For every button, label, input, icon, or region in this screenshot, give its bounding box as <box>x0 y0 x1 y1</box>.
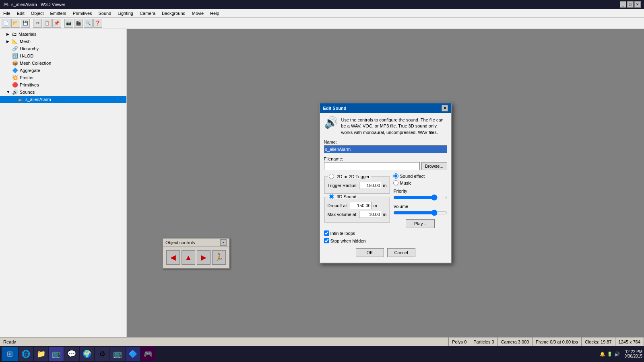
menu-help[interactable]: Help <box>207 9 223 17</box>
toolbar: 📄 📂 💾 ✂ 📋 📌 📷 🎬 🔍 ❓ <box>0 18 644 29</box>
taskbar-icon-w3d[interactable]: 🎮 <box>141 347 155 361</box>
title-bar-text: s_alienAlarm - W3D Viewer <box>11 2 65 7</box>
status-camera: Camera 3.000 <box>498 337 533 346</box>
dialog-title: Edit Sound <box>323 106 347 111</box>
minimize-button[interactable]: _ <box>620 1 626 8</box>
menu-movie[interactable]: Movie <box>189 9 207 17</box>
tree-item-primitives[interactable]: 🔴 Primitives <box>0 81 126 88</box>
dialog-overlay: Edit Sound ✕ 🔊 Use the controls to confi… <box>127 29 644 337</box>
toolbar-help[interactable]: ❓ <box>93 19 102 28</box>
taskbar-icon-media[interactable]: 📺 <box>110 347 125 361</box>
radio-2d-trigger[interactable] <box>329 174 334 179</box>
tree-item-mesh[interactable]: ▶ 📐 Mesh <box>0 38 126 45</box>
filename-input[interactable] <box>324 162 420 170</box>
name-input[interactable] <box>324 145 447 153</box>
toolbar-camera[interactable]: 📷 <box>64 19 73 28</box>
menu-primitives[interactable]: Primitives <box>70 9 95 17</box>
infinite-loops-checkbox[interactable] <box>324 230 329 236</box>
taskbar-right: 🔔 🔋 🔊 12:22 PM 9/30/2015 <box>597 350 643 358</box>
menu-object[interactable]: Object <box>28 9 47 17</box>
dialog-close-button[interactable]: ✕ <box>442 105 448 111</box>
toolbar-save[interactable]: 💾 <box>21 19 30 28</box>
taskbar-left: ⊞ 🌐 📁 📺 💬 🌍 ⚙ 📺 🔷 🎮 <box>2 347 155 361</box>
tree-item-s-alien-alarm[interactable]: 🔉 s_alienAlarm <box>0 96 126 103</box>
volume-slider[interactable] <box>393 210 447 216</box>
volume-slider-row <box>393 210 447 216</box>
toolbar-open[interactable]: 📂 <box>11 19 20 28</box>
filename-row: Browse... <box>324 162 447 170</box>
maxvolume-input[interactable] <box>359 211 381 218</box>
browse-button[interactable]: Browse... <box>421 162 447 170</box>
menu-camera[interactable]: Camera <box>136 9 159 17</box>
stop-when-hidden-checkbox[interactable] <box>324 238 329 243</box>
ok-button[interactable]: OK <box>356 248 384 257</box>
priority-slider[interactable] <box>393 194 447 201</box>
speaker-icon: 🔊 <box>324 117 338 128</box>
menu-sound[interactable]: Sound <box>95 9 115 17</box>
toolbar-paste[interactable]: 📌 <box>52 19 61 28</box>
status-bar: Ready Polys 0 Particles 0 Camera 3.000 F… <box>0 337 644 346</box>
status-polys: Polys 0 <box>449 337 470 346</box>
menu-lighting[interactable]: Lighting <box>114 9 136 17</box>
3d-sound-label: 3D Sound <box>337 194 357 199</box>
expand-icon-materials[interactable]: ▶ <box>6 32 11 36</box>
taskbar-icon-browser2[interactable]: 🌍 <box>80 347 94 361</box>
status-resolution: 1245 x 764 <box>615 337 644 346</box>
tree-label-materials: Materials <box>19 32 37 37</box>
infinite-loops-row: Infinite loops <box>324 230 447 236</box>
trigger-unit: m <box>383 183 386 188</box>
mesh-collection-icon: 📦 <box>12 60 18 66</box>
tree-item-sounds[interactable]: ▼ 🔊 Sounds <box>0 88 126 96</box>
tree-item-materials[interactable]: ▶ 🗂 Materials <box>0 31 126 38</box>
trigger-radius-row: Trigger Radius: m <box>328 182 387 189</box>
menu-bar: File Edit Object Emitters Primitives Sou… <box>0 9 644 18</box>
expand-icon-mesh[interactable]: ▶ <box>6 39 11 43</box>
status-frame: Frame 0/0 at 0.00 fps <box>533 337 582 346</box>
menu-file[interactable]: File <box>0 9 14 17</box>
radio-music[interactable] <box>393 180 398 185</box>
cancel-button[interactable]: Cancel <box>387 248 415 257</box>
taskbar-icon-messenger[interactable]: 💬 <box>64 347 79 361</box>
toolbar-new[interactable]: 📄 <box>2 19 10 28</box>
hierarchy-icon: 🔗 <box>12 46 18 51</box>
radio-3d-sound[interactable] <box>329 194 334 199</box>
dropoff-input[interactable] <box>350 202 372 209</box>
taskbar: ⊞ 🌐 📁 📺 💬 🌍 ⚙ 📺 🔷 🎮 🔔 🔋 🔊 12:22 PM 9/30/… <box>0 346 644 362</box>
menu-emitters[interactable]: Emitters <box>47 9 70 17</box>
toolbar-cut[interactable]: ✂ <box>33 19 42 28</box>
toolbar-copy[interactable]: 📋 <box>43 19 52 28</box>
toolbar-render[interactable]: 🎬 <box>74 19 83 28</box>
group-2d-trigger: 2D or 2D Trigger Trigger Radius: m <box>324 177 390 193</box>
volume-section: Volume <box>393 204 447 216</box>
close-button[interactable]: ✕ <box>634 1 641 8</box>
taskbar-icon-ie[interactable]: 🌐 <box>19 347 33 361</box>
tree-label-emitter: Emitter <box>20 75 34 80</box>
taskbar-icon-viewer[interactable]: 📺 <box>49 347 64 361</box>
radio-sound-effect[interactable] <box>393 173 398 179</box>
maximize-button[interactable]: □ <box>627 1 634 8</box>
taskbar-icon-explorer[interactable]: 📁 <box>34 347 48 361</box>
menu-background[interactable]: Background <box>159 9 189 17</box>
trigger-radius-input[interactable] <box>359 182 381 189</box>
play-button[interactable]: Play... <box>406 219 435 228</box>
dropoff-row: Dropoff at: m <box>328 202 387 209</box>
dialog-titlebar: Edit Sound ✕ <box>320 103 451 113</box>
taskbar-icon-vs[interactable]: 🔷 <box>126 347 140 361</box>
taskbar-icon-settings[interactable]: ⚙ <box>95 347 109 361</box>
toolbar-zoom[interactable]: 🔍 <box>84 19 93 28</box>
tree-item-hierarchy[interactable]: 🔗 Hierarchy <box>0 45 126 52</box>
expand-icon-sounds[interactable]: ▼ <box>6 90 11 94</box>
info-row: 🔊 Use the controls to configure the soun… <box>324 117 447 136</box>
tree-label-hierarchy: Hierarchy <box>20 46 39 51</box>
aggregate-icon: 🔷 <box>12 68 18 73</box>
maxvolume-unit: m <box>383 212 386 217</box>
music-row: Music <box>393 180 447 185</box>
tree-item-hlod[interactable]: 🔢 H-LOD <box>0 52 126 60</box>
tree-label-mesh: Mesh <box>20 39 31 44</box>
start-button[interactable]: ⊞ <box>2 347 18 361</box>
tree-item-mesh-collection[interactable]: 📦 Mesh Collection <box>0 60 126 67</box>
volume-label: Volume <box>393 204 447 209</box>
menu-edit[interactable]: Edit <box>14 9 28 17</box>
tree-item-emitter[interactable]: 💥 Emitter <box>0 74 126 81</box>
tree-item-aggregate[interactable]: 🔷 Aggregate <box>0 67 126 74</box>
